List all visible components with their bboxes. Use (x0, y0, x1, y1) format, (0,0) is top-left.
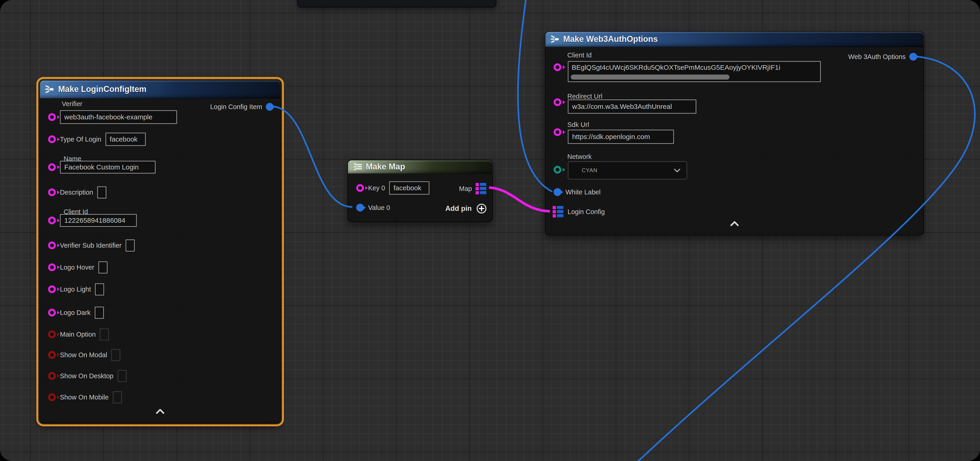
verifier-sub-identifier-input[interactable] (126, 239, 135, 251)
field-label: Login Config (568, 208, 605, 216)
network-dropdown[interactable]: CYAN (568, 161, 687, 180)
main-option-checkbox[interactable] (100, 328, 109, 340)
pin-row-logo-light: Logo Light (48, 282, 104, 296)
pin-row-value0: Value 0 (356, 200, 390, 215)
value0-pin[interactable] (356, 204, 364, 211)
node-title: Make Web3AuthOptions (563, 34, 658, 44)
node-header-make-web3authoptions[interactable]: Make Web3AuthOptions (546, 32, 923, 47)
field-label: Key 0 (368, 184, 385, 192)
collapse-node-chevron-icon[interactable] (730, 221, 739, 227)
pin-row-description: Description (48, 185, 107, 199)
redirect-url-input[interactable]: w3a://com.w3a.Web3AuthUnreal (568, 100, 696, 114)
pin-row-main-option: Main Option (48, 327, 109, 342)
field-label: Redirect Url (567, 92, 602, 100)
node-make-map[interactable]: Make Map Key 0 facebook Map Value 0 Add … (347, 160, 493, 222)
pin-row-show-on-mobile: Show On Mobile (48, 390, 122, 404)
client-id-scrollbar[interactable] (571, 75, 730, 79)
output-pin-label: Login Config Item (210, 103, 262, 111)
type-of-login-pin[interactable] (48, 135, 56, 143)
pin-row-white-label: White Label (554, 185, 600, 199)
client-id-input[interactable]: 1222658941886084 (60, 214, 137, 227)
pin-row-name: Facebook Custom Login (48, 160, 156, 174)
field-label: Show On Desktop (60, 372, 113, 380)
field-label: Type Of Login (60, 136, 101, 143)
output-pin-label: Web 3Auth Options (848, 53, 906, 60)
offscreen-node-fragment[interactable] (298, 0, 496, 7)
redirect-url-pin[interactable] (554, 99, 562, 106)
field-label: Verifier (62, 100, 82, 108)
field-label: Client Id (567, 51, 592, 59)
field-label: Main Option (60, 331, 95, 338)
sdk-url-input[interactable]: https://sdk.openlogin.com (568, 130, 674, 144)
login-config-pin[interactable] (553, 206, 563, 218)
pin-row-verifier-sub-identifier: Verifier Sub Identifier (48, 238, 135, 253)
pin-row-map-output: Map (459, 181, 486, 196)
main-option-pin[interactable] (48, 331, 56, 338)
field-label: Logo Light (60, 286, 91, 293)
pin-row-web3auth-options-output: Web 3Auth Options (848, 49, 917, 64)
map-output-pin[interactable] (476, 183, 486, 194)
pin-row-show-on-modal: Show On Modal (48, 348, 120, 362)
sdk-url-pin[interactable] (554, 128, 562, 136)
pin-row-show-on-desktop: Show On Desktop (48, 369, 127, 383)
wire-loginconfigitem-to-value0[interactable] (271, 107, 352, 207)
logo-light-pin[interactable] (48, 285, 56, 293)
key0-pin[interactable] (356, 184, 364, 192)
show-on-desktop-checkbox[interactable] (118, 370, 127, 382)
node-make-web3authoptions[interactable]: Make Web3AuthOptions Web 3Auth Options C… (545, 31, 924, 235)
pin-row-key0: Key 0 facebook (356, 181, 430, 195)
field-label: Value 0 (368, 204, 390, 211)
client-id-pin[interactable] (48, 216, 56, 224)
logo-hover-pin[interactable] (48, 264, 56, 271)
field-label: Description (60, 189, 93, 196)
type-of-login-input[interactable]: facebook (105, 133, 146, 146)
make-struct-icon (45, 84, 54, 94)
add-pin-plus-icon (476, 203, 487, 214)
pin-row-verifier: web3auth-facebook-example (48, 110, 177, 124)
field-label: Logo Dark (60, 309, 91, 316)
show-on-mobile-pin[interactable] (48, 393, 56, 401)
node-header-make-map[interactable]: Make Map (348, 160, 492, 174)
name-pin[interactable] (48, 163, 56, 171)
make-map-icon (353, 162, 362, 171)
node-make-loginconfigitem[interactable]: Make LoginConfigItem Login Config Item V… (39, 80, 281, 423)
key0-input[interactable]: facebook (389, 181, 430, 195)
field-label: Network (567, 153, 592, 161)
show-on-mobile-checkbox[interactable] (113, 391, 122, 403)
field-label: White Label (565, 188, 600, 196)
logo-light-input[interactable] (95, 283, 104, 296)
client-id-pin[interactable] (554, 64, 562, 71)
node-header-make-loginconfigitem[interactable]: Make LoginConfigItem (40, 81, 280, 99)
description-pin[interactable] (48, 188, 56, 196)
show-on-desktop-pin[interactable] (48, 372, 56, 380)
blueprint-graph-canvas[interactable]: Make LoginConfigItem Login Config Item V… (0, 0, 980, 461)
verifier-pin[interactable] (48, 113, 56, 121)
client-id-input[interactable]: BEglQSgt4cUWcj6SKRdu5QkOXTsePmMcusG5EAoy… (568, 61, 821, 82)
show-on-modal-pin[interactable] (48, 351, 56, 359)
wire-map-to-login-config[interactable] (489, 188, 550, 211)
logo-dark-input[interactable] (95, 307, 104, 319)
logo-dark-pin[interactable] (48, 309, 56, 316)
verifier-sub-identifier-pin[interactable] (48, 242, 56, 249)
description-input[interactable] (97, 186, 107, 199)
add-pin-button[interactable]: Add pin (445, 203, 487, 214)
field-label: Logo Hover (60, 264, 94, 271)
show-on-modal-checkbox[interactable] (111, 349, 120, 361)
chevron-down-icon (674, 168, 681, 172)
verifier-input[interactable]: web3auth-facebook-example (60, 110, 177, 124)
white-label-pin[interactable] (554, 188, 562, 196)
name-input[interactable]: Facebook Custom Login (60, 161, 156, 173)
network-selected-value: CYAN (582, 167, 598, 173)
output-pin-label: Map (459, 185, 472, 192)
collapse-node-chevron-icon[interactable] (156, 409, 165, 415)
field-label: Sdk Url (567, 121, 589, 129)
field-label: Show On Modal (60, 351, 107, 359)
node-title: Make Map (366, 162, 405, 172)
pin-row-type-of-login: Type Of Login facebook (48, 132, 146, 146)
node-title: Make LoginConfigItem (58, 84, 146, 94)
network-pin[interactable] (554, 166, 562, 173)
logo-hover-input[interactable] (99, 261, 108, 273)
pin-row-client-id: 1222658941886084 (48, 213, 137, 227)
field-label: Verifier Sub Identifier (60, 242, 121, 249)
client-id-value: BEglQSgt4cUWcj6SKRdu5QkOXTsePmMcusG5EAoy… (568, 62, 820, 72)
